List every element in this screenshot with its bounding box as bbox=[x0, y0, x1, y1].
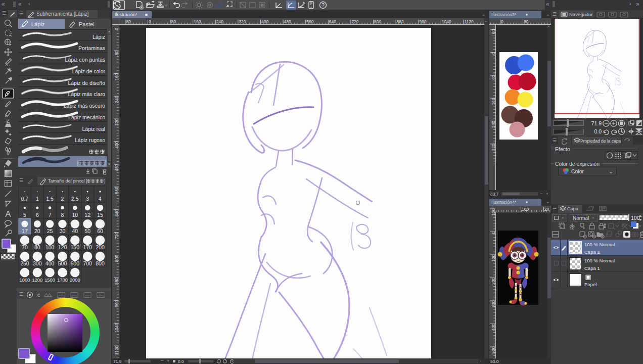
svg-text:100: 100 bbox=[522, 207, 529, 212]
svg-text:80: 80 bbox=[524, 19, 529, 24]
